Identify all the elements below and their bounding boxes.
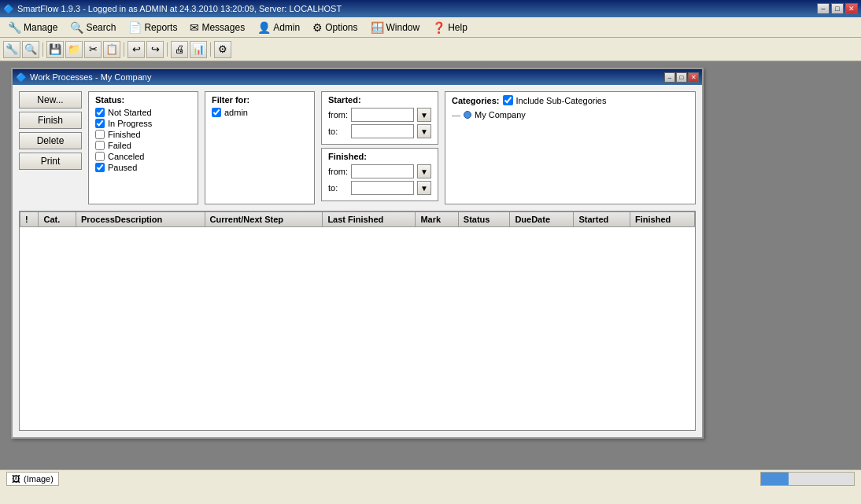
finished-title: Finished: [328, 152, 431, 161]
category-my-company[interactable]: — My Company [452, 109, 689, 121]
status-canceled-checkbox[interactable] [95, 152, 105, 161]
started-from-label: from: [328, 110, 348, 120]
window-maximize-button[interactable]: □ [676, 72, 687, 83]
filter-admin-label: admin [224, 108, 248, 117]
toolbar-btn-2[interactable]: 🔍 [22, 41, 39, 58]
close-button[interactable]: ✕ [845, 3, 858, 14]
window-minimize-button[interactable]: – [664, 72, 675, 83]
toolbar-btn-1[interactable]: 🔧 [3, 41, 20, 58]
toolbar-btn-10[interactable]: 📊 [190, 41, 207, 58]
filter-admin-item: admin [212, 108, 308, 117]
tree-dash-icon: — [452, 110, 460, 120]
started-to-input[interactable] [351, 124, 414, 138]
toolbar-btn-8[interactable]: ↪ [146, 41, 164, 58]
status-bar: 🖼 (Image) [0, 469, 861, 487]
finished-from-input[interactable] [351, 164, 414, 178]
data-table-container: ! Cat. ProcessDescription Current/Next S… [19, 211, 696, 431]
status-failed-checkbox[interactable] [95, 141, 105, 150]
filter-admin-checkbox[interactable] [212, 108, 221, 117]
window-title-controls: – □ ✕ [664, 72, 699, 83]
minimize-button[interactable]: – [817, 3, 830, 14]
work-processes-window: 🔷 Work Processes - My Company – □ ✕ New.… [11, 68, 704, 439]
filter-for-title: Filter for: [212, 95, 308, 105]
finished-to-input[interactable] [351, 181, 414, 195]
toolbar-btn-7[interactable]: ↩ [127, 41, 145, 58]
options-icon: ⚙ [312, 21, 323, 34]
col-current-step: Current/Next Step [205, 212, 323, 227]
status-paused-item: Paused [95, 163, 191, 172]
include-sub-categories-checkbox[interactable] [503, 95, 513, 105]
window-title-icon: 🔷 [16, 72, 27, 83]
toolbar-sep-1 [42, 42, 43, 57]
menu-messages[interactable]: ✉ Messages [183, 19, 251, 36]
window-close-button[interactable]: ✕ [688, 72, 699, 83]
status-finished-label: Finished [108, 130, 141, 139]
table-header-row: ! Cat. ProcessDescription Current/Next S… [20, 212, 695, 227]
title-bar: 🔷 SmartFlow 1.9.3 - Logged in as ADMIN a… [0, 0, 861, 17]
status-bar-progress [760, 472, 855, 486]
app-icon: 🔷 [3, 4, 14, 14]
reports-icon: 📄 [128, 21, 142, 34]
toolbar-sep-3 [167, 42, 168, 57]
finished-from-row: from: ▼ [328, 164, 431, 178]
menu-help[interactable]: ❓ Help [426, 19, 474, 36]
delete-button[interactable]: Delete [19, 132, 82, 149]
col-finished: Finished [630, 212, 695, 227]
menu-search[interactable]: 🔍 Search [64, 19, 122, 36]
finished-to-calendar-button[interactable]: ▼ [417, 181, 431, 195]
col-mark: Mark [416, 212, 458, 227]
admin-icon: 👤 [257, 21, 271, 34]
started-to-calendar-button[interactable]: ▼ [417, 124, 431, 138]
status-finished-checkbox[interactable] [95, 130, 105, 139]
window-title-bar: 🔷 Work Processes - My Company – □ ✕ [13, 69, 702, 85]
include-sub-categories-label: Include Sub-Categories [516, 96, 607, 105]
finish-button[interactable]: Finish [19, 112, 82, 129]
toolbar-btn-6[interactable]: 📋 [103, 41, 120, 58]
status-paused-checkbox[interactable] [95, 163, 105, 172]
menu-manage[interactable]: 🔧 Manage [2, 19, 64, 36]
date-section: Started: from: ▼ to: ▼ Finis [321, 91, 438, 204]
category-dot-icon [464, 111, 471, 119]
finished-from-label: from: [328, 167, 348, 176]
status-box: Status: Not Started In Progress Finished [88, 91, 198, 204]
filter-for-box: Filter for: admin [205, 91, 315, 204]
col-excl: ! [20, 212, 39, 227]
main-area: 🔷 Work Processes - My Company – □ ✕ New.… [0, 61, 861, 487]
toolbar-btn-9[interactable]: 🖨 [171, 41, 188, 58]
status-not-started-label: Not Started [108, 108, 152, 117]
finished-to-row: to: ▼ [328, 181, 431, 195]
status-not-started-checkbox[interactable] [95, 108, 105, 117]
started-from-input[interactable] [351, 108, 414, 122]
help-icon: ❓ [432, 21, 445, 34]
menu-admin[interactable]: 👤 Admin [251, 19, 306, 36]
menu-reports[interactable]: 📄 Reports [122, 19, 183, 36]
started-from-calendar-button[interactable]: ▼ [417, 108, 431, 122]
status-failed-item: Failed [95, 141, 191, 150]
col-status: Status [458, 212, 510, 227]
menu-manage-label: Manage [24, 22, 57, 33]
col-started: Started [574, 212, 630, 227]
status-finished-item: Finished [95, 130, 191, 139]
status-bar-image-label: (Image) [24, 474, 54, 484]
toolbar: 🔧 🔍 💾 📁 ✂ 📋 ↩ ↪ 🖨 📊 ⚙ [0, 38, 861, 61]
menu-window[interactable]: 🪟 Window [364, 19, 427, 36]
menu-window-label: Window [386, 22, 420, 33]
toolbar-sep-4 [210, 42, 211, 57]
started-to-row: to: ▼ [328, 124, 431, 138]
status-in-progress-checkbox[interactable] [95, 119, 105, 128]
toolbar-btn-3[interactable]: 💾 [46, 41, 64, 58]
new-button[interactable]: New... [19, 91, 82, 109]
menu-options[interactable]: ⚙ Options [306, 19, 364, 36]
print-button[interactable]: Print [19, 153, 82, 170]
toolbar-btn-11[interactable]: ⚙ [214, 41, 231, 58]
toolbar-btn-4[interactable]: 📁 [65, 41, 83, 58]
maximize-button[interactable]: □ [831, 3, 844, 14]
toolbar-btn-5[interactable]: ✂ [84, 41, 102, 58]
finished-from-calendar-button[interactable]: ▼ [417, 164, 431, 178]
title-bar-text: 🔷 SmartFlow 1.9.3 - Logged in as ADMIN a… [3, 4, 342, 14]
filter-section: New... Finish Delete Print Status: Not S… [19, 91, 696, 204]
menu-help-label: Help [448, 22, 467, 33]
started-from-row: from: ▼ [328, 108, 431, 122]
image-icon: 🖼 [12, 474, 20, 484]
status-bar-image-item: 🖼 (Image) [6, 472, 59, 486]
